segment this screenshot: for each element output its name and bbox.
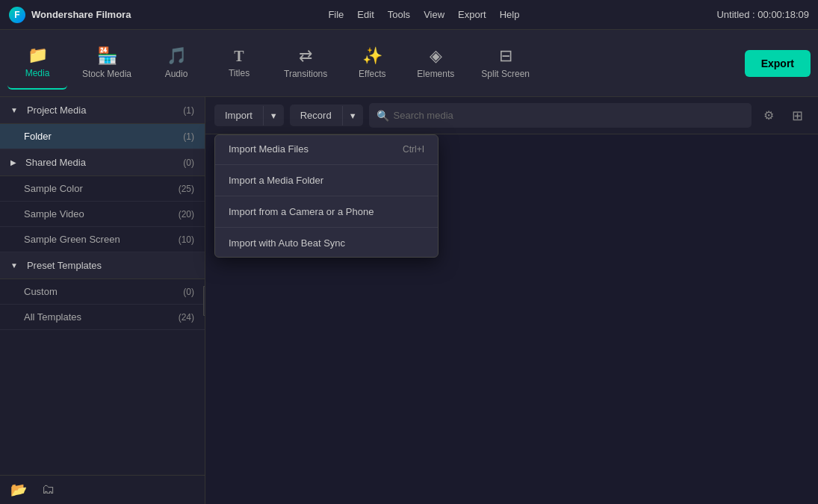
grid-view-button[interactable]: ⊞: [786, 105, 809, 127]
sidebar-section-preset-templates[interactable]: ▼ Preset Templates: [0, 252, 205, 279]
audio-icon: 🎵: [167, 48, 187, 64]
content-area: Import ▼ Record ▼ 🔍 ⚙ ⊞: [205, 97, 818, 504]
grid-icon: ⊞: [792, 108, 803, 123]
sidebar-item-folder[interactable]: Folder (1): [0, 124, 205, 149]
search-icon: 🔍: [377, 110, 389, 122]
import-button-group: Import ▼: [214, 105, 284, 126]
filter-button[interactable]: ⚙: [757, 105, 780, 125]
tool-split-screen-label: Split Screen: [481, 69, 530, 79]
collapse-arrow-icon: ▼: [10, 106, 18, 114]
import-camera-label: Import from a Camera or a Phone: [229, 206, 374, 217]
export-button[interactable]: Export: [745, 50, 811, 77]
all-templates-count: (24): [179, 312, 194, 323]
sidebar-section-shared-media[interactable]: ▶ Shared Media (0): [0, 149, 205, 176]
sidebar-item-all-templates[interactable]: All Templates (24): [0, 305, 205, 330]
menu-tools[interactable]: Tools: [388, 9, 410, 20]
import-dropdown-button[interactable]: ▼: [263, 106, 284, 125]
sample-green-screen-label: Sample Green Screen: [24, 234, 179, 245]
main-toolbar: 📁 Media 🏪 Stock Media 🎵 Audio T Titles ⇄…: [0, 30, 818, 97]
transitions-icon: ⇄: [299, 48, 312, 64]
import-media-files-shortcut: Ctrl+I: [403, 144, 424, 155]
new-folder-icon[interactable]: 📂: [10, 482, 27, 498]
project-title: Untitled : 00:00:18:09: [716, 9, 809, 20]
media-icon: 📁: [28, 47, 48, 63]
sample-video-label: Sample Video: [24, 208, 179, 220]
tool-stock-media-label: Stock Media: [82, 69, 131, 79]
menu-export[interactable]: Export: [458, 9, 486, 20]
import-dropdown-menu: Import Media Files Ctrl+I Import a Media…: [214, 134, 439, 258]
record-button[interactable]: Record: [290, 105, 342, 126]
tool-transitions-label: Transitions: [284, 69, 327, 79]
import-media-folder-item[interactable]: Import a Media Folder: [215, 167, 438, 194]
filter-icon: ⚙: [763, 109, 774, 122]
record-dropdown-button[interactable]: ▼: [342, 106, 363, 125]
shared-media-arrow-icon: ▶: [10, 158, 16, 167]
import-media-folder-label: Import a Media Folder: [229, 175, 323, 186]
app-icon: F: [9, 7, 25, 23]
all-templates-label: All Templates: [24, 311, 179, 323]
sample-green-screen-count: (10): [179, 234, 194, 245]
import-media-files-item[interactable]: Import Media Files Ctrl+I: [215, 135, 438, 163]
tool-media[interactable]: 📁 Media: [7, 37, 67, 90]
folder-label: Folder: [24, 131, 183, 142]
tool-effects-label: Effects: [359, 69, 385, 79]
tool-titles[interactable]: T Titles: [209, 37, 269, 90]
dropdown-divider-1: [215, 164, 438, 165]
import-button[interactable]: Import: [214, 105, 263, 126]
custom-count: (0): [183, 287, 194, 297]
project-media-count: (1): [183, 105, 194, 116]
menu-help[interactable]: Help: [500, 9, 520, 20]
top-bar: F Wondershare Filmora File Edit Tools Vi…: [0, 0, 818, 30]
shared-media-label: Shared Media: [25, 157, 86, 168]
search-input[interactable]: [394, 110, 744, 121]
tool-split-screen[interactable]: ⊟ Split Screen: [469, 37, 542, 90]
import-auto-beat-label: Import with Auto Beat Sync: [229, 237, 345, 249]
project-media-label: Project Media: [27, 105, 86, 116]
menu-view[interactable]: View: [424, 9, 444, 20]
tool-stock-media[interactable]: 🏪 Stock Media: [70, 37, 143, 90]
import-auto-beat-item[interactable]: Import with Auto Beat Sync: [215, 229, 438, 257]
tool-elements[interactable]: ◈ Elements: [405, 37, 466, 90]
sidebar: ▼ Project Media (1) Folder (1) ▶ Shared …: [0, 97, 205, 504]
tool-audio[interactable]: 🎵 Audio: [146, 37, 206, 90]
sidebar-bottom-bar: 📂 🗂: [0, 475, 205, 504]
tool-effects[interactable]: ✨ Effects: [342, 37, 402, 90]
record-button-group: Record ▼: [290, 105, 363, 126]
custom-label: Custom: [24, 286, 183, 297]
sample-color-count: (25): [179, 184, 194, 194]
import-media-files-label: Import Media Files: [229, 143, 309, 155]
sample-video-count: (20): [179, 209, 194, 220]
tool-titles-label: Titles: [229, 68, 250, 78]
elements-icon: ◈: [430, 48, 442, 64]
tool-audio-label: Audio: [165, 69, 188, 79]
menu-edit[interactable]: Edit: [357, 9, 374, 20]
split-screen-icon: ⊟: [499, 48, 512, 64]
sidebar-section-project-media[interactable]: ▼ Project Media (1): [0, 97, 205, 124]
preset-templates-label: Preset Templates: [27, 260, 102, 271]
sidebar-item-custom[interactable]: Custom (0): [0, 279, 205, 305]
stock-media-icon: 🏪: [97, 48, 117, 64]
import-camera-item[interactable]: Import from a Camera or a Phone: [215, 198, 438, 225]
main-layout: ▼ Project Media (1) Folder (1) ▶ Shared …: [0, 97, 818, 504]
tool-elements-label: Elements: [417, 69, 454, 79]
dropdown-divider-3: [215, 227, 438, 228]
search-box: 🔍: [369, 103, 752, 128]
sample-color-label: Sample Color: [24, 183, 179, 194]
sidebar-item-sample-green-screen[interactable]: Sample Green Screen (10): [0, 227, 205, 252]
sidebar-item-sample-color[interactable]: Sample Color (25): [0, 176, 205, 202]
sidebar-item-sample-video[interactable]: Sample Video (20): [0, 202, 205, 227]
tool-transitions[interactable]: ⇄ Transitions: [272, 37, 339, 90]
tool-media-label: Media: [25, 68, 50, 78]
effects-icon: ✨: [362, 48, 382, 64]
dropdown-divider-2: [215, 196, 438, 196]
preset-templates-arrow-icon: ▼: [10, 261, 18, 270]
folder-count: (1): [183, 131, 194, 142]
shared-media-count: (0): [183, 158, 194, 168]
content-toolbar: Import ▼ Record ▼ 🔍 ⚙ ⊞: [205, 97, 818, 134]
menu-bar: File Edit Tools View Export Help: [328, 9, 519, 20]
app-brand: F Wondershare Filmora: [9, 7, 131, 23]
app-title: Wondershare Filmora: [31, 9, 131, 20]
menu-file[interactable]: File: [328, 9, 344, 20]
new-bin-icon[interactable]: 🗂: [42, 482, 55, 498]
titles-icon: T: [234, 49, 244, 63]
